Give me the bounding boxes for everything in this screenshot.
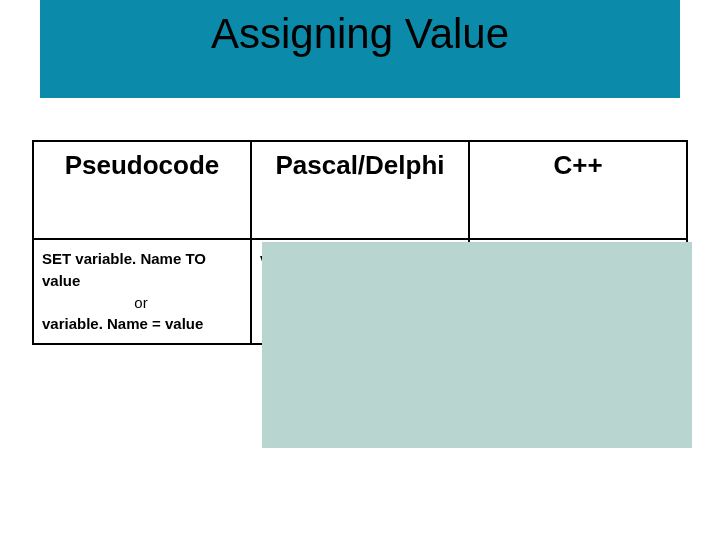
column-header-pseudocode: Pseudocode — [34, 142, 252, 238]
overlay-rectangle — [262, 242, 692, 448]
column-header-cpp: C++ — [470, 142, 686, 238]
column-header-pascal-delphi: Pascal/Delphi — [252, 142, 470, 238]
pseudocode-line-2: or — [42, 292, 240, 314]
cell-pseudocode: SET variable. Name TO value or variable.… — [34, 240, 252, 343]
slide: Assigning Value Pseudocode Pascal/Delphi… — [0, 0, 720, 540]
pseudocode-line-3: variable. Name = value — [42, 313, 240, 335]
table-header-row: Pseudocode Pascal/Delphi C++ — [34, 142, 686, 238]
slide-title: Assigning Value — [0, 10, 720, 58]
pseudocode-line-1: SET variable. Name TO value — [42, 248, 240, 292]
